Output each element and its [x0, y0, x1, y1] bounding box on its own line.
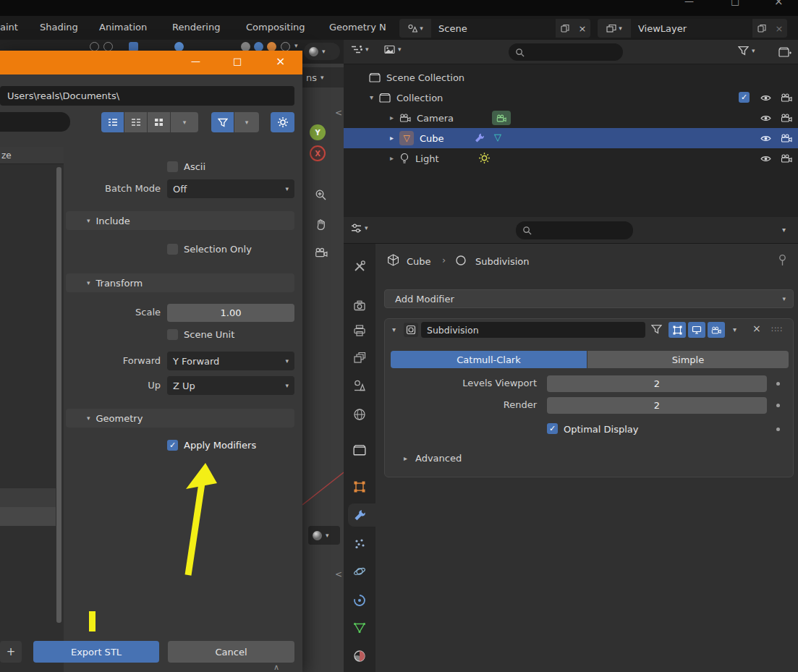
tab-view-layer-icon[interactable]	[353, 352, 366, 365]
dialog-maximize-button[interactable]: □	[233, 56, 242, 67]
outliner-filter-dropdown[interactable]: ▾	[738, 46, 755, 56]
tab-constraints-icon[interactable]	[353, 594, 366, 607]
collection-checkbox[interactable]: ✓	[739, 92, 750, 103]
remove-view-layer-button[interactable]: ×	[771, 19, 787, 38]
viewport-shading-dropdown-lower[interactable]: ▾	[308, 526, 340, 545]
editor-type-dropdown[interactable]: ▾	[351, 224, 368, 233]
cancel-button[interactable]: Cancel	[168, 641, 294, 663]
new-view-layer-button[interactable]	[752, 19, 771, 38]
breadcrumb-object-name[interactable]: Cube	[407, 256, 431, 267]
window-minimize-button[interactable]: —	[684, 0, 694, 7]
panel-expand-arrow[interactable]: ▾	[392, 326, 396, 333]
decorator-dot[interactable]	[776, 428, 780, 431]
tab-collection-icon[interactable]	[353, 444, 366, 456]
properties-search-input[interactable]	[516, 221, 633, 239]
tab-world-icon[interactable]	[353, 408, 366, 421]
drag-handle-icon[interactable]: ∷∷	[771, 325, 783, 334]
camera-restrict-icon[interactable]	[781, 114, 792, 122]
modifier-name-field[interactable]: Subdivision	[421, 322, 645, 338]
include-section-header[interactable]: ▾ Include	[66, 211, 294, 230]
file-list-scrollbar[interactable]	[56, 167, 61, 623]
increment-filename-button[interactable]: +	[0, 641, 22, 663]
dialog-titlebar[interactable]: — □ ×	[0, 51, 302, 75]
window-close-button[interactable]: ×	[774, 0, 784, 8]
modifier-wrench-icon[interactable]	[474, 132, 485, 143]
decorator-dot[interactable]	[776, 382, 780, 386]
breadcrumb-modifier-name[interactable]: Subdivision	[475, 256, 530, 267]
workspace-tab-compositing[interactable]: Compositing	[246, 22, 305, 33]
properties-options-dropdown[interactable]: ▾	[782, 226, 786, 234]
decorator-dot[interactable]	[776, 404, 780, 407]
outliner-row-collection[interactable]: ▾ Collection ✓	[344, 88, 798, 108]
camera-data-badge[interactable]	[492, 111, 511, 125]
view-layer-browse-button[interactable]: ▾	[598, 19, 631, 38]
tab-modifiers-icon[interactable]	[353, 509, 366, 522]
thumbnail-view-button[interactable]	[148, 112, 170, 132]
eye-icon[interactable]	[760, 155, 771, 163]
realtime-display-toggle[interactable]	[688, 322, 705, 338]
new-scene-button[interactable]	[556, 19, 574, 38]
apply-modifiers-checkbox[interactable]: ✓	[167, 440, 178, 451]
ascii-checkbox[interactable]	[167, 161, 178, 172]
outliner-row-camera[interactable]: ▸ Camera	[344, 108, 798, 128]
file-path-input[interactable]: Users\reals\Documents\	[0, 86, 294, 106]
camera-restrict-icon[interactable]	[781, 93, 792, 102]
tab-physics-icon[interactable]	[353, 565, 366, 578]
size-column-header[interactable]: ze	[0, 147, 64, 164]
filter-settings-dropdown[interactable]: ▾	[234, 112, 259, 132]
scroll-up-indicator[interactable]: ∧	[273, 663, 279, 672]
forward-dropdown[interactable]: Y Forward ▾	[167, 352, 294, 370]
optimal-display-checkbox[interactable]: ✓	[547, 423, 558, 434]
outliner-filter-mode-dropdown[interactable]: ▾	[384, 45, 402, 54]
geometry-section-header[interactable]: ▾ Geometry	[66, 409, 294, 428]
filter-toggle-button[interactable]	[211, 112, 234, 132]
tab-object-icon[interactable]	[353, 480, 366, 493]
outliner-search-input[interactable]	[509, 43, 623, 61]
camera-restrict-icon[interactable]	[781, 134, 792, 143]
scale-value-field[interactable]: 1.00	[167, 304, 294, 322]
tab-particles-icon[interactable]	[353, 537, 366, 550]
file-row[interactable]	[0, 507, 56, 526]
transform-section-header[interactable]: ▾ Transform	[66, 273, 294, 292]
add-modifier-dropdown[interactable]: Add Modifier ▾	[384, 289, 794, 308]
tab-tool-icon[interactable]	[353, 260, 366, 273]
eye-icon[interactable]	[760, 114, 771, 122]
batch-mode-dropdown[interactable]: Off ▾	[167, 179, 294, 198]
edit-mode-toggle[interactable]	[668, 322, 686, 338]
render-display-toggle[interactable]	[708, 322, 725, 338]
file-row[interactable]	[0, 488, 56, 507]
mesh-data-icon[interactable]: ▽	[494, 132, 501, 143]
outliner-display-mode-dropdown[interactable]: ▾	[351, 45, 369, 54]
dialog-close-button[interactable]: ×	[276, 54, 285, 68]
display-settings-dropdown[interactable]: ▾	[171, 112, 198, 132]
window-maximize-button[interactable]: □	[731, 0, 739, 7]
scene-unit-checkbox[interactable]	[167, 329, 178, 340]
vertical-list-view-button[interactable]	[101, 112, 124, 132]
options-gear-button[interactable]	[271, 112, 294, 132]
outliner-row-scene-collection[interactable]: Scene Collection	[344, 67, 798, 88]
eye-icon[interactable]	[760, 94, 771, 102]
outliner-row-light[interactable]: ▸ Light	[344, 148, 798, 169]
scene-browse-button[interactable]: ▾	[399, 19, 431, 38]
levels-viewport-field[interactable]: 2	[547, 375, 767, 392]
tab-material-icon[interactable]	[353, 650, 366, 663]
scene-name-field[interactable]: Scene	[431, 19, 556, 38]
modifier-extras-dropdown[interactable]: ▾	[733, 326, 737, 333]
sidebar-collapse-arrow-lower[interactable]: <	[335, 569, 342, 579]
pin-icon[interactable]	[778, 254, 787, 266]
expand-arrow-icon[interactable]: ▸	[390, 135, 394, 142]
unlink-scene-button[interactable]: ×	[574, 19, 590, 38]
workspace-tab-animation[interactable]: Animation	[99, 22, 147, 33]
delete-modifier-button[interactable]: ×	[752, 323, 761, 334]
subdivision-type-catmull-clark-button[interactable]: Catmull-Clark	[391, 351, 587, 368]
up-dropdown[interactable]: Z Up ▾	[167, 376, 294, 395]
horizontal-list-view-button[interactable]	[124, 112, 147, 132]
tab-object-data-icon[interactable]	[353, 621, 366, 634]
workspace-tab-paint[interactable]: aint	[0, 22, 18, 33]
new-collection-button[interactable]	[776, 43, 794, 61]
workspace-tab-shading[interactable]: Shading	[40, 22, 78, 33]
view-layer-name-field[interactable]: ViewLayer	[631, 19, 752, 38]
tab-render-icon[interactable]	[353, 299, 366, 312]
workspace-tab-rendering[interactable]: Rendering	[172, 22, 220, 33]
subdivision-type-simple-button[interactable]: Simple	[587, 351, 789, 368]
